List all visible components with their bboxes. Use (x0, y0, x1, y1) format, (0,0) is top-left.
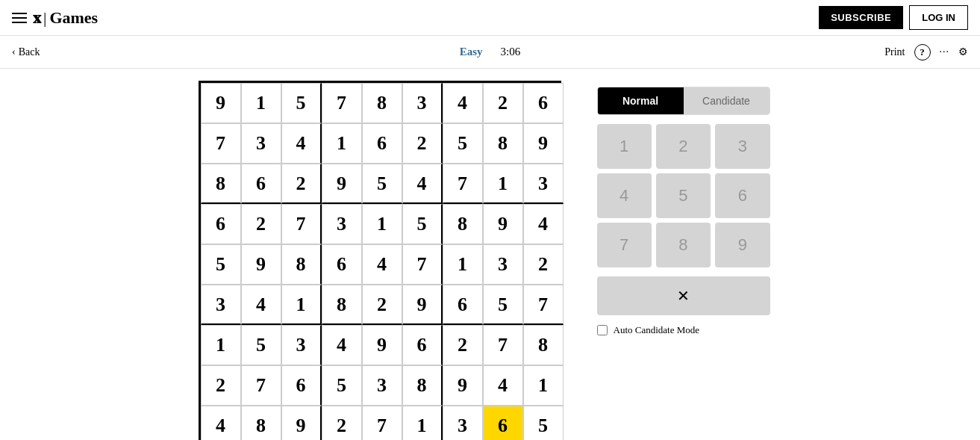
grid-cell[interactable]: 2 (281, 164, 322, 204)
grid-cell[interactable]: 9 (241, 244, 281, 285)
clear-button[interactable]: ✕ (597, 276, 770, 315)
grid-cell[interactable]: 8 (201, 164, 241, 204)
grid-cell[interactable]: 4 (483, 365, 523, 406)
grid-cell[interactable]: 1 (201, 325, 241, 365)
candidate-mode-button[interactable]: Candidate (684, 87, 770, 114)
grid-cell[interactable]: 5 (402, 204, 443, 244)
grid-cell[interactable]: 7 (322, 83, 362, 123)
num-btn-2[interactable]: 2 (656, 124, 711, 169)
normal-mode-button[interactable]: Normal (598, 87, 684, 114)
num-btn-1[interactable]: 1 (597, 124, 652, 169)
grid-cell[interactable]: 1 (241, 83, 281, 123)
num-btn-3[interactable]: 3 (715, 124, 770, 169)
grid-cell[interactable]: 8 (281, 244, 322, 285)
grid-cell[interactable]: 2 (201, 365, 241, 406)
grid-cell[interactable]: 7 (281, 204, 322, 244)
num-btn-7[interactable]: 7 (597, 223, 652, 267)
grid-cell[interactable]: 4 (241, 285, 281, 325)
grid-cell[interactable]: 1 (281, 285, 322, 325)
grid-cell[interactable]: 5 (201, 244, 241, 285)
grid-cell[interactable]: 5 (362, 164, 402, 204)
num-btn-9[interactable]: 9 (715, 223, 770, 267)
grid-cell[interactable]: 3 (241, 123, 281, 164)
grid-cell[interactable]: 3 (201, 285, 241, 325)
grid-cell[interactable]: 9 (201, 83, 241, 123)
grid-cell[interactable]: 8 (443, 204, 483, 244)
grid-cell[interactable]: 3 (322, 204, 362, 244)
settings-icon[interactable]: ⚙ (958, 46, 968, 58)
grid-cell[interactable]: 4 (201, 406, 241, 440)
grid-cell[interactable]: 5 (523, 406, 564, 440)
auto-candidate-checkbox[interactable] (597, 325, 608, 335)
grid-cell[interactable]: 7 (402, 244, 443, 285)
grid-cell[interactable]: 6 (483, 406, 523, 440)
grid-cell[interactable]: 4 (402, 164, 443, 204)
back-button[interactable]: ‹ Back (12, 46, 40, 58)
num-btn-8[interactable]: 8 (656, 223, 711, 267)
grid-cell[interactable]: 9 (523, 123, 564, 164)
grid-cell[interactable]: 1 (402, 406, 443, 440)
grid-cell[interactable]: 4 (322, 325, 362, 365)
grid-cell[interactable]: 7 (201, 123, 241, 164)
grid-cell[interactable]: 2 (362, 285, 402, 325)
grid-cell[interactable]: 2 (241, 204, 281, 244)
grid-cell[interactable]: 2 (523, 244, 564, 285)
grid-cell[interactable]: 2 (322, 406, 362, 440)
grid-cell[interactable]: 8 (241, 406, 281, 440)
grid-cell[interactable]: 4 (281, 123, 322, 164)
grid-cell[interactable]: 9 (443, 365, 483, 406)
login-button[interactable]: LOG IN (909, 5, 968, 30)
grid-cell[interactable]: 8 (322, 285, 362, 325)
num-btn-4[interactable]: 4 (597, 173, 652, 218)
grid-cell[interactable]: 4 (523, 204, 564, 244)
grid-cell[interactable]: 3 (483, 244, 523, 285)
grid-cell[interactable]: 5 (241, 325, 281, 365)
grid-cell[interactable]: 7 (483, 325, 523, 365)
print-button[interactable]: Print (884, 46, 905, 58)
num-btn-5[interactable]: 5 (656, 173, 711, 218)
grid-cell[interactable]: 5 (443, 123, 483, 164)
grid-cell[interactable]: 6 (523, 83, 564, 123)
grid-cell[interactable]: 6 (443, 285, 483, 325)
grid-cell[interactable]: 6 (241, 164, 281, 204)
grid-cell[interactable]: 7 (241, 365, 281, 406)
grid-cell[interactable]: 3 (281, 325, 322, 365)
grid-cell[interactable]: 9 (402, 285, 443, 325)
grid-cell[interactable]: 6 (322, 244, 362, 285)
grid-cell[interactable]: 6 (281, 365, 322, 406)
grid-cell[interactable]: 9 (322, 164, 362, 204)
grid-cell[interactable]: 8 (523, 325, 564, 365)
grid-cell[interactable]: 6 (362, 123, 402, 164)
grid-cell[interactable]: 7 (443, 164, 483, 204)
subscribe-button[interactable]: SUBSCRIBE (819, 6, 903, 29)
hamburger-icon[interactable] (12, 13, 27, 23)
grid-cell[interactable]: 1 (483, 164, 523, 204)
grid-cell[interactable]: 3 (523, 164, 564, 204)
grid-cell[interactable]: 2 (483, 83, 523, 123)
grid-cell[interactable]: 6 (402, 325, 443, 365)
grid-cell[interactable]: 3 (362, 365, 402, 406)
grid-cell[interactable]: 4 (443, 83, 483, 123)
more-options-icon[interactable]: ··· (940, 46, 950, 58)
grid-cell[interactable]: 5 (322, 365, 362, 406)
grid-cell[interactable]: 9 (281, 406, 322, 440)
grid-cell[interactable]: 2 (402, 123, 443, 164)
grid-cell[interactable]: 5 (281, 83, 322, 123)
grid-cell[interactable]: 3 (443, 406, 483, 440)
help-icon[interactable]: ? (914, 44, 931, 61)
grid-cell[interactable]: 9 (362, 325, 402, 365)
grid-cell[interactable]: 8 (483, 123, 523, 164)
grid-cell[interactable]: 1 (443, 244, 483, 285)
grid-cell[interactable]: 2 (443, 325, 483, 365)
grid-cell[interactable]: 1 (523, 365, 564, 406)
grid-cell[interactable]: 1 (362, 204, 402, 244)
num-btn-6[interactable]: 6 (715, 173, 770, 218)
grid-cell[interactable]: 9 (483, 204, 523, 244)
grid-cell[interactable]: 7 (523, 285, 564, 325)
grid-cell[interactable]: 5 (483, 285, 523, 325)
grid-cell[interactable]: 7 (362, 406, 402, 440)
grid-cell[interactable]: 3 (402, 83, 443, 123)
grid-cell[interactable]: 1 (322, 123, 362, 164)
grid-cell[interactable]: 4 (362, 244, 402, 285)
grid-cell[interactable]: 8 (362, 83, 402, 123)
